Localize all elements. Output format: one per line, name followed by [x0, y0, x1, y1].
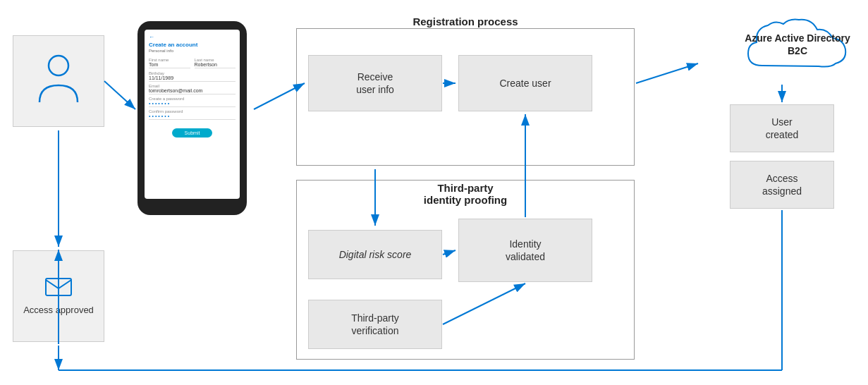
registration-process-title: Registration process	[296, 16, 635, 28]
digital-risk-score-box: Digital risk score	[308, 230, 442, 279]
receive-user-info-box: Receiveuser info	[308, 55, 442, 111]
svg-line-7	[636, 63, 698, 83]
user-created-label: Usercreated	[766, 116, 799, 141]
submit-button[interactable]: Submit	[172, 128, 213, 138]
create-user-box: Create user	[458, 55, 592, 111]
third-party-verification-label: Third-partyverification	[351, 312, 399, 337]
access-approved-label: Access approved	[23, 305, 94, 317]
third-party-title: Third-partyidentity proofing	[296, 182, 635, 206]
svg-line-5	[104, 81, 135, 109]
envelope-icon	[44, 276, 73, 300]
create-user-label: Create user	[499, 77, 551, 90]
access-assigned-label: Accessassigned	[762, 172, 802, 197]
azure-title: Azure Active Directory B2C	[741, 32, 854, 57]
user-created-box: Usercreated	[730, 104, 834, 152]
diagram: ← Create an account Personal info First …	[0, 0, 868, 385]
person-box	[13, 35, 104, 127]
phone: ← Create an account Personal info First …	[137, 21, 250, 219]
identity-validated-box: Identityvalidated	[458, 219, 592, 282]
azure-cloud: Azure Active Directory B2C	[741, 13, 854, 76]
digital-risk-score-label: Digital risk score	[339, 248, 412, 261]
person-icon	[34, 51, 83, 111]
svg-point-0	[49, 56, 68, 75]
third-party-verification-box: Third-partyverification	[308, 300, 442, 349]
identity-validated-label: Identityvalidated	[506, 238, 545, 263]
access-approved-box: Access approved	[13, 250, 104, 342]
receive-user-info-label: Receiveuser info	[356, 71, 394, 96]
svg-rect-1	[46, 279, 71, 295]
access-assigned-box: Accessassigned	[730, 161, 834, 209]
